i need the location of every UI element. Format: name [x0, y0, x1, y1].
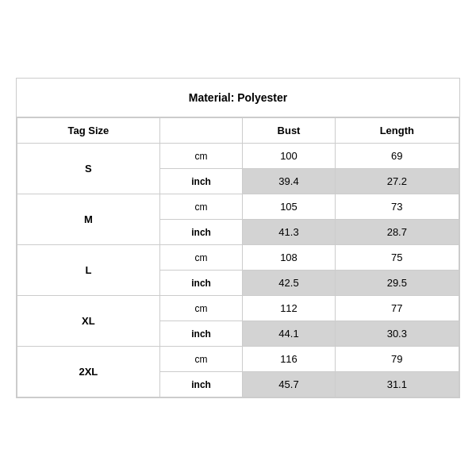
inch-length: 28.7 [335, 220, 459, 245]
header-tag-size: Tag Size [17, 118, 160, 144]
inch-bust: 41.3 [243, 220, 335, 245]
cm-length: 77 [335, 296, 459, 321]
inch-length: 31.1 [335, 372, 459, 397]
table-row: Mcm10573 [17, 194, 459, 220]
size-tag: L [17, 245, 160, 296]
header-unit [159, 118, 243, 144]
cm-bust: 116 [243, 347, 335, 372]
unit-cm: cm [159, 144, 243, 169]
size-tag: XL [17, 296, 160, 347]
unit-inch: inch [159, 220, 243, 245]
header-bust: Bust [243, 118, 335, 144]
inch-bust: 39.4 [243, 169, 335, 194]
table-row: Lcm10875 [17, 245, 459, 271]
unit-inch: inch [159, 372, 243, 397]
size-tag: S [17, 144, 160, 194]
cm-length: 73 [335, 194, 459, 220]
inch-bust: 45.7 [243, 372, 335, 397]
unit-cm: cm [159, 194, 243, 220]
cm-length: 79 [335, 347, 459, 372]
cm-bust: 112 [243, 296, 335, 321]
inch-length: 27.2 [335, 169, 459, 194]
table-row: XLcm11277 [17, 296, 459, 321]
table-row: 2XLcm11679 [17, 347, 459, 372]
cm-length: 69 [335, 144, 459, 169]
header-length: Length [335, 118, 459, 144]
cm-bust: 108 [243, 245, 335, 271]
inch-bust: 44.1 [243, 321, 335, 347]
unit-inch: inch [159, 169, 243, 194]
unit-cm: cm [159, 296, 243, 321]
unit-inch: inch [159, 321, 243, 347]
size-tag: 2XL [17, 347, 160, 397]
inch-length: 29.5 [335, 271, 459, 296]
inch-length: 30.3 [335, 321, 459, 347]
unit-cm: cm [159, 347, 243, 372]
size-chart: Material: Polyester Tag Size Bust Length… [16, 78, 460, 398]
cm-bust: 100 [243, 144, 335, 169]
inch-bust: 42.5 [243, 271, 335, 296]
cm-length: 75 [335, 245, 459, 271]
unit-cm: cm [159, 245, 243, 271]
cm-bust: 105 [243, 194, 335, 220]
chart-title: Material: Polyester [17, 79, 459, 117]
table-row: Scm10069 [17, 144, 459, 169]
unit-inch: inch [159, 271, 243, 296]
size-table: Tag Size Bust Length Scm10069inch39.427.… [17, 117, 459, 397]
size-tag: M [17, 194, 160, 245]
